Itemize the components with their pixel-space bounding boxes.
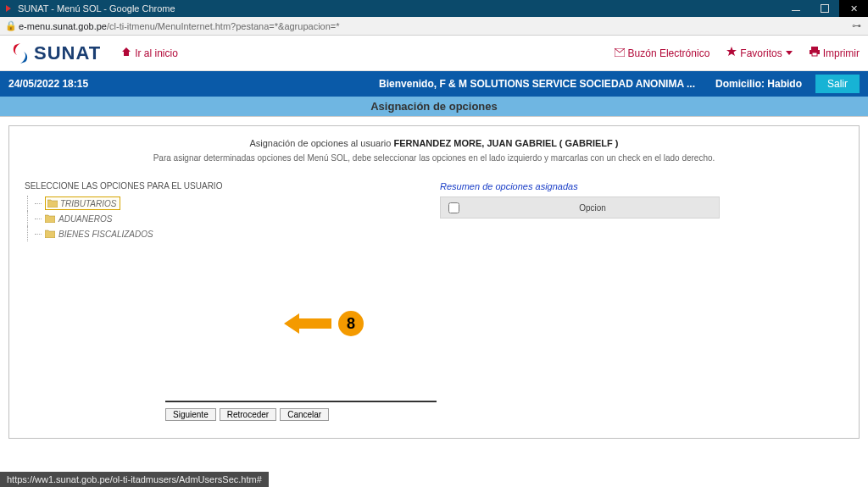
- folder-icon: [45, 214, 55, 223]
- tree-item-aduaneros[interactable]: ADUANEROS: [25, 211, 279, 226]
- star-icon: [726, 47, 737, 59]
- buzon-link[interactable]: Buzón Electrónico: [615, 47, 710, 59]
- window-title: SUNAT - Menú SOL - Google Chrome: [18, 3, 782, 14]
- sunat-logo-text: SUNAT: [34, 42, 101, 64]
- tree-item-label: TRIBUTARIOS: [60, 199, 116, 208]
- assign-lead: Asignación de opciones al usuario: [249, 138, 391, 148]
- options-col-label: Opcion: [466, 203, 719, 213]
- section-title-bar: Asignación de opciones: [0, 97, 868, 117]
- imprimir-link[interactable]: Imprimir: [810, 47, 860, 59]
- buzon-label: Buzón Electrónico: [628, 47, 710, 59]
- divider: [165, 401, 437, 402]
- assign-user: FERNANDEZ MORE, JUAN GABRIEL ( GABRIELF …: [393, 138, 618, 148]
- content-frame: Asignación de opciones al usuario FERNAN…: [8, 125, 860, 439]
- home-link-label: Ir al inicio: [135, 47, 178, 59]
- window-close-button[interactable]: [839, 0, 868, 17]
- assign-heading: Asignación de opciones al usuario FERNAN…: [9, 138, 859, 148]
- url-host: e-menu.sunat.gob.pe: [19, 21, 107, 31]
- welcome-message: Bienvenido, F & M SOLUTIONS SERVICE SOCI…: [379, 78, 695, 90]
- cancelar-button[interactable]: Cancelar: [280, 408, 329, 421]
- lock-icon: 🔒: [5, 20, 15, 31]
- tree-item-tributarios[interactable]: TRIBUTARIOS: [25, 196, 279, 211]
- url-path: /cl-ti-itmenu/MenuInternet.htm?pestana=*…: [107, 21, 340, 31]
- tree-item-bienes[interactable]: BIENES FISCALIZADOS: [25, 226, 279, 241]
- retroceder-button[interactable]: Retroceder: [220, 408, 276, 421]
- welcome-bar: 24/05/2022 18:15 Bienvenido, F & M SOLUT…: [0, 71, 868, 97]
- favoritos-label: Favoritos: [740, 47, 782, 59]
- window-maximize-button[interactable]: [810, 0, 839, 17]
- left-column-title: SELECCIONE LAS OPCIONES PARA EL USUARIO: [25, 181, 279, 191]
- window-titlebar: SUNAT - Menú SOL - Google Chrome: [0, 0, 868, 17]
- home-icon: [121, 47, 131, 59]
- folder-icon: [45, 230, 55, 238]
- siguiente-button[interactable]: Siguiente: [165, 408, 216, 421]
- favoritos-dropdown[interactable]: Favoritos: [726, 47, 792, 59]
- step-badge: 8: [338, 311, 364, 336]
- step-badge-number: 8: [347, 315, 355, 333]
- imprimir-label: Imprimir: [823, 47, 860, 59]
- options-tree: TRIBUTARIOS ADUANEROS: [25, 196, 279, 241]
- assign-subtext: Para asignar determinadas opciones del M…: [9, 153, 859, 163]
- arrow-left-icon: [282, 311, 331, 336]
- status-link-preview: https://ww1.sunat.gob.pe/ol-ti-itadmuser…: [0, 472, 269, 487]
- sunat-logo[interactable]: SUNAT: [8, 42, 101, 65]
- status-url: https://ww1.sunat.gob.pe/ol-ti-itadmuser…: [7, 474, 262, 484]
- url-text: e-menu.sunat.gob.pe/cl-ti-itmenu/MenuInt…: [19, 21, 863, 31]
- home-link[interactable]: Ir al inicio: [121, 47, 178, 59]
- domicilio-status: Domicilio: Habido: [715, 78, 802, 90]
- address-bar[interactable]: 🔒 e-menu.sunat.gob.pe/cl-ti-itmenu/MenuI…: [0, 17, 868, 36]
- session-datetime: 24/05/2022 18:15: [8, 78, 88, 90]
- right-column-title: Resumen de opciones asignadas: [440, 181, 843, 191]
- favicon-icon: [4, 4, 13, 13]
- printer-icon: [810, 47, 820, 59]
- options-table: Opcion: [440, 196, 720, 219]
- sunat-logo-icon: [8, 42, 32, 65]
- window-minimize-button[interactable]: [782, 0, 810, 17]
- chevron-down-icon: [786, 51, 793, 55]
- key-icon: ⊶: [852, 20, 861, 31]
- annotation-pointer: 8: [282, 311, 364, 336]
- svg-rect-1: [811, 47, 818, 50]
- app-header: SUNAT Ir al inicio Buzón Electrónico Fav…: [0, 36, 868, 71]
- select-all-checkbox[interactable]: [448, 202, 459, 213]
- folder-icon: [47, 199, 58, 208]
- svg-rect-3: [812, 53, 817, 56]
- tree-item-label: BIENES FISCALIZADOS: [58, 230, 153, 239]
- options-table-header: Opcion: [441, 197, 719, 218]
- tree-item-label: ADUANEROS: [58, 214, 112, 224]
- salir-button[interactable]: Salir: [815, 75, 860, 93]
- envelope-icon: [615, 47, 625, 59]
- section-title: Asignación de opciones: [370, 100, 498, 113]
